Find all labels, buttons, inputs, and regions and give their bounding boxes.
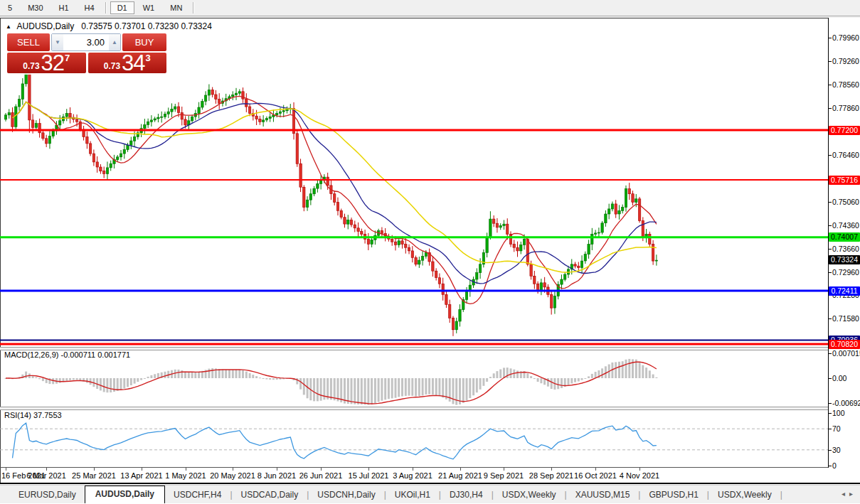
- date-label: 21 Aug 2021: [438, 471, 482, 480]
- date-label: 9 Sep 2021: [484, 471, 524, 480]
- price-badge-0.77200: 0.77200: [829, 126, 860, 135]
- macd-tick--0.006923: -0.006923: [832, 399, 860, 407]
- price-tick-0.75060-tickmark: [829, 202, 832, 203]
- rsi-tick-30: 30: [832, 446, 841, 454]
- price-tick-0.77860-tickmark: [829, 108, 832, 109]
- date-tick-120: [413, 468, 413, 471]
- volume-increase-button[interactable]: ▲: [109, 34, 120, 50]
- date-tick-80: [277, 468, 277, 471]
- macd-tick-0.00: 0.00: [832, 374, 846, 382]
- date-label: 16 Oct 2021: [574, 471, 617, 480]
- price-tick-0.72960-tickmark: [829, 272, 832, 273]
- rsi-tick-30-tickmark: [829, 450, 832, 451]
- price-tick-0.73660: 0.73660: [832, 245, 859, 253]
- rsi-tick-0: 0: [832, 461, 837, 470]
- rsi-tick-70-tickmark: [829, 429, 832, 429]
- rsi-tick-100-tickmark: [829, 413, 832, 414]
- price-tick-0.71580: 0.71580: [832, 314, 859, 323]
- date-label: 25 Mar 2021: [72, 471, 116, 480]
- price-tick-0.74360: 0.74360: [832, 221, 859, 230]
- date-tick-53: [186, 468, 186, 471]
- date-tick-161: [551, 468, 552, 471]
- sell-price-big: 32: [41, 54, 64, 73]
- date-label: 20 May 2021: [210, 471, 255, 480]
- price-tick-0.79960-tickmark: [829, 38, 832, 38]
- date-tick-0: [6, 468, 6, 471]
- date-label: 26 Jun 2021: [299, 471, 343, 480]
- macd-label: MACD(12,26,9) -0.000711 0.001771: [4, 350, 130, 359]
- ohlc-values: 0.73575 0.73701 0.73230 0.73324: [81, 21, 212, 31]
- sell-price-display[interactable]: 0.73 32 7: [7, 53, 86, 73]
- date-label: 8 Jun 2021: [258, 471, 296, 480]
- macd-tick-0.007015-tickmark: [829, 353, 832, 354]
- price-badge-0.70820: 0.70820: [829, 340, 860, 349]
- macd-tick--0.006923-tickmark: [829, 403, 832, 404]
- sell-price-sup: 7: [65, 53, 70, 63]
- volume-field[interactable]: 3.00: [63, 34, 109, 50]
- macd-tick-0.00-tickmark: [829, 378, 832, 379]
- date-axis[interactable]: 16 Feb 20216 Mar 202125 Mar 202113 Apr 2…: [0, 468, 828, 482]
- date-tick-107: [368, 468, 369, 471]
- date-label: 1 May 2021: [165, 471, 206, 480]
- price-tick-0.75060: 0.75060: [832, 198, 859, 206]
- one-click-trade-widget: SELL ▼ 3.00 ▲ BUY 0.73 32 7 0.73 34 3: [6, 32, 168, 75]
- date-label: 3 Aug 2021: [393, 471, 432, 480]
- price-tick-0.73660-tickmark: [829, 249, 832, 250]
- date-tick-93: [321, 468, 322, 471]
- date-tick-26: [94, 468, 95, 471]
- buy-price-display[interactable]: 0.73 34 3: [88, 53, 167, 73]
- slow-ma: [13, 102, 657, 273]
- volume-decrease-button[interactable]: ▼: [52, 34, 63, 50]
- symbol-header: ▲ AUDUSD,Daily 0.73575 0.73701 0.73230 0…: [6, 21, 212, 31]
- date-label: 4 Nov 2021: [620, 471, 659, 480]
- rsi-tick-0-tickmark: [829, 466, 832, 466]
- date-tick-67: [233, 468, 233, 471]
- volume-stepper: ▼ 3.00 ▲: [51, 33, 121, 51]
- rsi-label: RSI(14) 37.7553: [4, 411, 62, 419]
- price-tick-0.78560-tickmark: [829, 85, 832, 85]
- price-axis[interactable]: 0.799600.792600.785600.778600.764600.750…: [829, 18, 860, 468]
- trading-terminal: 5M30H1H4D1W1MN ▲ AUDUSD,Daily 0.73575 0.…: [0, 0, 860, 504]
- price-tick-0.71580-tickmark: [829, 318, 832, 319]
- buy-button[interactable]: BUY: [122, 33, 166, 51]
- price-badge-0.75716: 0.75716: [829, 176, 860, 185]
- price-tick-0.77860: 0.77860: [832, 104, 859, 112]
- rsi-tick-70: 70: [832, 424, 841, 433]
- price-tick-0.79960: 0.79960: [832, 33, 859, 42]
- buy-price-big: 34: [122, 54, 144, 73]
- date-tick-174: [595, 468, 596, 471]
- price-badge-0.72411: 0.72411: [829, 286, 860, 296]
- price-tick-0.79260: 0.79260: [832, 57, 859, 65]
- buy-price-prefix: 0.73: [104, 61, 120, 71]
- price-badge-0.74007: 0.74007: [829, 232, 860, 242]
- price-tick-0.79260-tickmark: [829, 61, 832, 62]
- date-tick-40: [142, 468, 142, 471]
- date-tick-134: [460, 468, 461, 471]
- date-tick-187: [639, 468, 640, 471]
- chart-plot: [0, 0, 860, 504]
- sell-price-prefix: 0.73: [23, 61, 39, 71]
- rsi-tick-100: 100: [832, 409, 845, 417]
- date-tick-147: [504, 468, 504, 471]
- macd-tick-0.007015: 0.007015: [832, 349, 860, 358]
- date-label: 6 Mar 2021: [26, 471, 66, 480]
- date-label: 15 Jul 2021: [349, 471, 389, 480]
- price-badge-0.73324: 0.73324: [829, 255, 860, 264]
- price-tick-0.74360-tickmark: [829, 225, 832, 226]
- price-tick-0.72960: 0.72960: [832, 268, 859, 277]
- price-tick-0.78560: 0.78560: [832, 80, 859, 89]
- price-tick-0.76460-tickmark: [829, 155, 832, 156]
- buy-price-sup: 3: [146, 53, 151, 63]
- sell-button[interactable]: SELL: [7, 33, 50, 51]
- date-label: 13 Apr 2021: [120, 471, 162, 480]
- price-tick-0.76460: 0.76460: [832, 151, 859, 159]
- date-label: 28 Sep 2021: [529, 471, 573, 480]
- date-tick-12: [46, 468, 47, 471]
- collapse-triangle-icon[interactable]: ▲: [6, 23, 11, 30]
- symbol-name: AUDUSD,Daily: [17, 21, 75, 31]
